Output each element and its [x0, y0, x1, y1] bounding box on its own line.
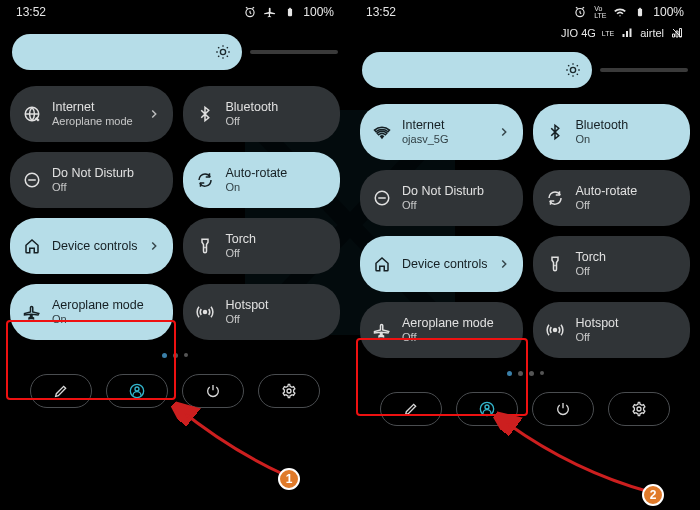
annotation-badge: 1	[278, 468, 300, 490]
screen-right: 13:52 VoLTE 100% JIO 4G LTE airtel Inter…	[350, 0, 700, 510]
annotation-arrow	[350, 0, 700, 510]
screen-left: 13:52 100% InternetAeroplane modeBluetoo…	[0, 0, 350, 510]
annotation-badge: 2	[642, 484, 664, 506]
annotation-arrow	[0, 0, 350, 510]
